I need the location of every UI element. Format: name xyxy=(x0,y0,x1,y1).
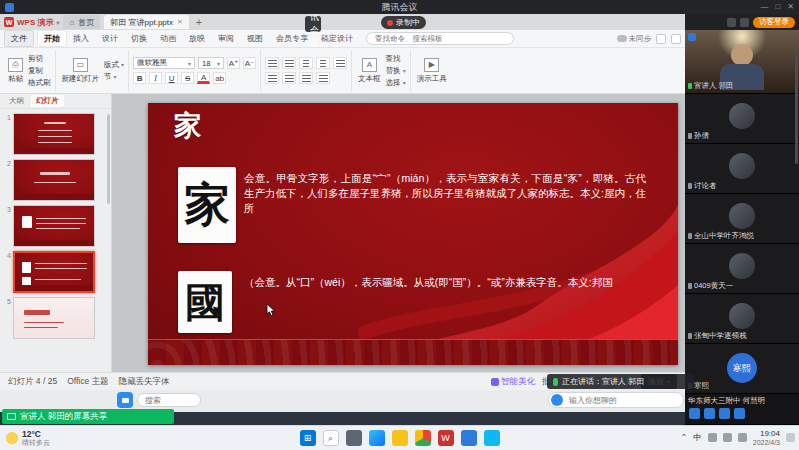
meeting-chat-input[interactable] xyxy=(548,392,684,408)
new-tab-button[interactable]: + xyxy=(193,17,205,28)
sync-status[interactable]: 未同步 xyxy=(617,34,652,44)
notification-icon[interactable] xyxy=(786,433,795,442)
tab-home[interactable]: ⌂ 首页 xyxy=(63,15,100,29)
menu-slideshow[interactable]: 放映 xyxy=(183,31,211,46)
start-button[interactable]: ⊞ xyxy=(300,430,316,446)
reaction-icon[interactable] xyxy=(704,408,715,419)
decrease-font-button[interactable]: A⁻ xyxy=(243,57,256,69)
indent-decrease-button[interactable] xyxy=(299,57,313,69)
font-name-select[interactable]: 微软雅黑▾ xyxy=(133,57,195,69)
line-spacing-button[interactable] xyxy=(333,57,347,69)
presentation-tools-button[interactable]: ▶ 演示工具 xyxy=(415,57,449,85)
task-view-icon[interactable] xyxy=(346,430,362,446)
paste-button[interactable]: ⎙ 粘贴 xyxy=(6,57,25,85)
textbox-button[interactable]: A 文本框 xyxy=(356,57,383,85)
qq-icon[interactable] xyxy=(484,430,500,446)
menu-view[interactable]: 视图 xyxy=(241,31,269,46)
copy-button[interactable]: 复制 xyxy=(28,66,51,76)
italic-button[interactable]: I xyxy=(149,72,162,84)
font-size-select[interactable]: 18▾ xyxy=(198,57,224,69)
participant-tile[interactable]: 孙倩 xyxy=(685,94,799,144)
command-search-input[interactable] xyxy=(366,32,514,45)
menu-insert[interactable]: 插入 xyxy=(67,31,95,46)
increase-font-button[interactable]: A⁺ xyxy=(227,57,240,69)
hidden-icons-chevron[interactable]: ⌃ xyxy=(681,433,688,442)
maximize-button[interactable]: □ xyxy=(775,0,780,14)
meeting-info-icon[interactable] xyxy=(727,18,736,27)
meeting-float-pill[interactable]: 腾讯会议 xyxy=(305,16,321,32)
underline-button[interactable]: U xyxy=(165,72,178,84)
smart-beautify-button[interactable]: 智能美化 xyxy=(491,376,535,388)
tab-outline[interactable]: 大纲 xyxy=(4,95,29,107)
justify-button[interactable] xyxy=(316,72,330,84)
chat-app-icon[interactable] xyxy=(117,392,133,408)
align-left-button[interactable] xyxy=(265,72,279,84)
recording-indicator[interactable]: 录制中 xyxy=(381,16,426,29)
find-button[interactable]: 查找 xyxy=(386,54,406,64)
menu-file[interactable]: 文件 xyxy=(4,30,34,47)
volume-icon[interactable] xyxy=(708,433,717,442)
seal-script-box-guo[interactable]: 國 xyxy=(178,271,232,333)
ime-indicator[interactable]: 中 xyxy=(693,432,702,444)
slide-thumbnail-3[interactable] xyxy=(13,205,95,247)
align-center-button[interactable] xyxy=(282,72,296,84)
cut-button[interactable]: 剪切 xyxy=(28,54,51,64)
theme-indicator[interactable]: Office 主题 xyxy=(67,376,108,388)
slide-thumbnail-4-current[interactable] xyxy=(13,251,95,293)
meeting-taskbar-icon[interactable] xyxy=(461,430,477,446)
tab-slides[interactable]: 幻灯片 xyxy=(31,95,64,107)
close-tab-icon[interactable]: ✕ xyxy=(177,18,183,26)
menu-design[interactable]: 设计 xyxy=(96,31,124,46)
tab-document[interactable]: 郭田 宣讲ppt.pptx ✕ xyxy=(104,15,189,29)
layout-button[interactable]: 版式 ▾ xyxy=(104,60,124,70)
bullets-button[interactable] xyxy=(265,57,279,69)
align-right-button[interactable] xyxy=(299,72,313,84)
edge-icon[interactable] xyxy=(369,430,385,446)
battery-icon[interactable] xyxy=(738,433,747,442)
network-icon[interactable] xyxy=(723,433,732,442)
numbering-button[interactable] xyxy=(282,57,296,69)
menu-gaoding[interactable]: 稿定设计 xyxy=(315,31,359,46)
indent-increase-button[interactable] xyxy=(316,57,330,69)
menu-animation[interactable]: 动画 xyxy=(154,31,182,46)
bold-button[interactable]: B xyxy=(133,72,146,84)
participant-tile[interactable]: 0409黄天一 xyxy=(685,244,799,294)
slide-thumbnail-2[interactable] xyxy=(13,159,95,201)
screen-share-banner[interactable]: 宣讲人 郭田的屏幕共享 xyxy=(2,409,174,424)
thumbnail-scrollbar[interactable] xyxy=(107,114,110,204)
new-slide-button[interactable]: ▭ 新建幻灯片 xyxy=(60,57,102,85)
search-input[interactable] xyxy=(137,393,201,407)
replace-button[interactable]: 替换 ▾ xyxy=(386,66,406,76)
strikethrough-button[interactable]: S xyxy=(181,72,194,84)
reaction-icon[interactable] xyxy=(734,408,745,419)
participant-tile[interactable]: 寒熙 寒熙 xyxy=(685,344,799,394)
share-icon[interactable] xyxy=(671,34,681,44)
settings-icon[interactable] xyxy=(740,18,749,27)
browser-icon[interactable] xyxy=(415,430,431,446)
font-color-button[interactable]: A xyxy=(197,72,210,84)
file-explorer-icon[interactable] xyxy=(392,430,408,446)
current-slide[interactable]: 家 家 國 会意。甲骨文字形，上面是“宀”（mián），表示与室家有关，下面是“… xyxy=(148,103,678,365)
clock[interactable]: 19:04 2022/4/3 xyxy=(753,430,780,446)
section-button[interactable]: 节 ▾ xyxy=(104,72,124,82)
seal-script-box-jia[interactable]: 家 xyxy=(178,167,236,243)
minimize-button[interactable]: — xyxy=(760,0,768,14)
wps-logo[interactable]: W WPS 演示 ▾ xyxy=(4,17,59,28)
participant-tile[interactable]: 讨论者 xyxy=(685,144,799,194)
participant-tile[interactable]: 华东师大三附中 何慧明 xyxy=(685,394,799,425)
menu-member[interactable]: 会员专享 xyxy=(270,31,314,46)
taskbar-search-icon[interactable]: ⌕ xyxy=(323,430,339,446)
reaction-icon[interactable] xyxy=(689,408,700,419)
participant-tile[interactable]: 全山中学叶齐鸿悦 xyxy=(685,194,799,244)
missing-font-tip[interactable]: 隐藏丢失字体 xyxy=(119,376,170,388)
highlight-button[interactable]: ab xyxy=(213,72,226,84)
guest-login-button[interactable]: 访客登录 xyxy=(753,17,795,28)
menu-start[interactable]: 开始 xyxy=(38,31,66,46)
menu-transition[interactable]: 切换 xyxy=(125,31,153,46)
reaction-icon[interactable] xyxy=(719,408,730,419)
slide-thumbnail-5[interactable] xyxy=(13,297,95,339)
wps-taskbar-icon[interactable]: W xyxy=(438,430,454,446)
format-painter-button[interactable]: 格式刷 xyxy=(28,78,51,88)
close-button[interactable]: ✕ xyxy=(787,0,794,14)
panel-scrollbar[interactable] xyxy=(795,54,798,164)
